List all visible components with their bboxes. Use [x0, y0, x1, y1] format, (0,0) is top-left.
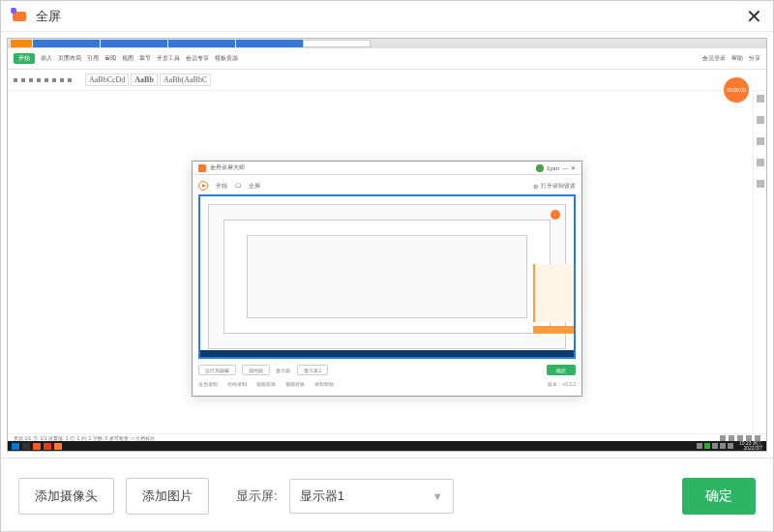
start-menu-icon[interactable]	[12, 443, 19, 450]
ribbon-tabs: 开始 插入页面布局引用 审阅视图章节 开发工具会员专享模板资源 会员登录帮助分享	[8, 48, 766, 70]
nested-titlebar: 金舟录屏大师 1yan — ✕	[193, 162, 581, 175]
taskbar-clock: 10:23 周三 2022/3/7	[739, 441, 762, 451]
doc-side-panel	[753, 91, 766, 433]
ribbon-start[interactable]: 开始	[14, 53, 35, 64]
search-icon[interactable]	[22, 443, 30, 450]
confirm-button[interactable]: 确定	[682, 478, 756, 515]
nested-controls: 运行后隐藏 高性能 显示器: 显示器1 确定	[198, 365, 576, 375]
os-taskbar: 10:23 周三 2022/3/7	[8, 441, 766, 451]
close-icon[interactable]: ✕	[571, 164, 576, 171]
captured-screen: 开始 插入页面布局引用 审阅视图章节 开发工具会员专享模板资源 会员登录帮助分享…	[7, 38, 767, 452]
nested-preview-frame	[198, 194, 576, 359]
nested-app-icon	[198, 164, 206, 172]
add-image-button[interactable]: 添加图片	[126, 478, 209, 515]
nested-start-label: 开始	[216, 182, 227, 191]
screen-preview: 开始 插入页面布局引用 审阅视图章节 开发工具会员专享模板资源 会员登录帮助分享…	[1, 32, 773, 458]
nested-fullscreen-label: 全屏	[249, 182, 260, 191]
play-icon[interactable]	[198, 181, 208, 191]
display-select[interactable]: 显示器1 ▼	[289, 479, 454, 514]
close-icon[interactable]: ✕	[744, 5, 763, 28]
nested-recorder-window: 金舟录屏大师 1yan — ✕ 开始 🖵 全屏 ⚙ 打开录制设置	[192, 161, 582, 397]
add-camera-button[interactable]: 添加摄像头	[18, 478, 114, 515]
monitor-icon: 🖵	[235, 183, 241, 189]
bottom-toolbar: 添加摄像头 添加图片 显示屏: 显示器1 ▼ 确定	[1, 458, 773, 532]
display-value: 显示器1	[300, 488, 344, 505]
avatar-icon	[536, 164, 544, 172]
nested-ctrl-1[interactable]: 运行后隐藏	[198, 365, 236, 375]
taskbar-app-icon[interactable]	[33, 443, 41, 450]
minimize-icon[interactable]: —	[562, 165, 568, 171]
nested-settings-label[interactable]: 打开录制设置	[541, 182, 576, 191]
taskbar-app-icon[interactable]	[44, 443, 51, 450]
titlebar: 全屏 ✕	[1, 1, 773, 32]
system-tray: 10:23 周三 2022/3/7	[697, 441, 762, 451]
doc-tabstrip	[8, 39, 766, 48]
nested-footer: 会员录制 在线录制 视频剪辑 视频转换 录制帮助 版本：v3.3.2	[198, 381, 576, 387]
settings-icon[interactable]: ⚙	[533, 183, 538, 190]
nested-confirm-button[interactable]: 确定	[547, 365, 576, 375]
nested-display-select[interactable]: 显示器1	[297, 365, 328, 375]
record-timer-badge: 00:00:00	[724, 77, 749, 103]
ribbon-toolbar: AaBbCcDd AaBb AaBb(AaBbC	[8, 70, 766, 91]
app-icon	[11, 8, 28, 25]
taskbar-app-icon[interactable]	[54, 443, 62, 450]
window-title: 全屏	[36, 8, 744, 25]
display-label: 显示屏:	[236, 488, 278, 505]
record-timer-badge	[551, 210, 560, 220]
doc-statusbar: 页面 1/1 节: 1/1 设置值: 1 行: 1 列: 1 字数: 0 拼写检…	[8, 433, 766, 441]
nested-user: 1yan	[547, 165, 559, 171]
chevron-down-icon: ▼	[432, 490, 443, 502]
nested-title: 金舟录屏大师	[210, 163, 245, 172]
nested-ctrl-2[interactable]: 高性能	[242, 365, 270, 375]
